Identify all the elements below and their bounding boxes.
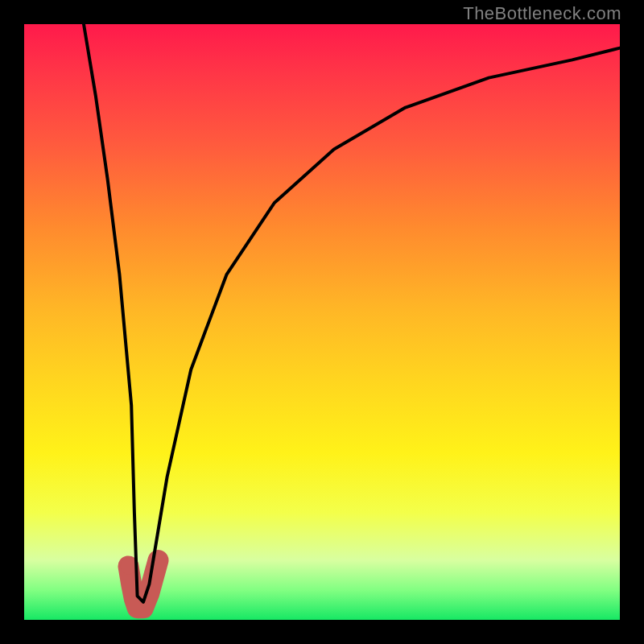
highlight-dot <box>121 558 137 574</box>
outer-frame: TheBottleneck.com <box>0 0 644 644</box>
watermark-text: TheBottleneck.com <box>463 3 621 24</box>
bottleneck-curve <box>84 24 620 602</box>
chart-svg <box>24 24 620 620</box>
